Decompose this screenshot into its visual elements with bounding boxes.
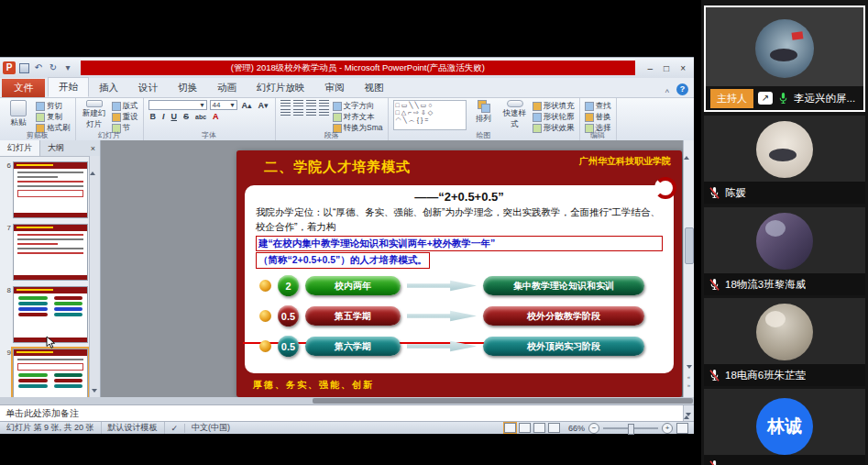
next-slide-button[interactable]: » [687, 382, 690, 388]
powerpoint-app-icon[interactable]: P [3, 61, 16, 74]
new-slide-button[interactable]: 新建幻灯片 [81, 100, 108, 130]
quick-styles-button[interactable]: 快速样式 [501, 100, 529, 130]
notes-pane[interactable]: 单击此处添加备注 [0, 404, 694, 421]
participant-tile[interactable]: 18电商6班朱芷莹 [704, 298, 865, 386]
ribbon-tab-bar: 文件 开始 插入 设计 切换 动画 幻灯片放映 审阅 视图 ^ ? [0, 78, 694, 98]
thumbnail-slide-7[interactable] [13, 224, 88, 281]
shadow-button[interactable]: abc [193, 114, 208, 120]
quick-access-toolbar: P [3, 61, 73, 74]
restore-button[interactable]: □ [664, 63, 669, 73]
font-name-combobox[interactable]: ▾ [148, 100, 207, 110]
slide-sorter-view-icon[interactable] [519, 423, 531, 433]
undo-icon[interactable] [33, 62, 44, 73]
font-size-combobox[interactable]: 44▾ [210, 100, 237, 110]
scroll-up-icon[interactable] [90, 156, 95, 175]
scroll-down-icon[interactable] [687, 365, 692, 369]
zoom-in-button[interactable]: + [662, 423, 673, 434]
find-button[interactable]: 查找 [585, 101, 611, 112]
thumbnail-slide-6[interactable] [13, 161, 88, 218]
new-slide-icon [86, 100, 103, 107]
paste-button[interactable]: 粘贴 [5, 100, 32, 130]
scroll-down-icon[interactable] [686, 413, 691, 416]
paragraph-blue-line-2: （简称“2+0.5+0.5”）的人才培养模式。 [256, 252, 430, 269]
cut-button[interactable]: 剪切 [36, 101, 71, 112]
zoom-slider[interactable] [603, 427, 658, 429]
shrink-font-icon[interactable]: A▾ [257, 101, 270, 110]
spellcheck-icon[interactable]: ✓ [165, 424, 186, 433]
numbering-icon[interactable] [293, 100, 303, 107]
notes-scrollbar[interactable] [683, 405, 694, 421]
shapes-gallery[interactable]: □ ▭ ╲ ╲ ▭ ○ □ △ ⌐ ⇨ ⇩ ◇ ◠ ╲ ︿ { } = [393, 100, 467, 130]
tab-home[interactable]: 开始 [48, 77, 89, 97]
tab-outline[interactable]: 大纲 [40, 140, 71, 156]
theme-name[interactable]: 默认设计模板 [102, 422, 165, 434]
zoom-level[interactable]: 66% [568, 424, 585, 433]
pane-splitter[interactable] [0, 397, 694, 404]
participant-tile-host[interactable]: 主持人 李远兴的屏... [704, 6, 865, 112]
participant-tile[interactable]: 林诚 [704, 389, 865, 465]
fit-to-window-icon[interactable] [676, 423, 688, 434]
tab-slideshow[interactable]: 幻灯片放映 [247, 79, 315, 97]
tab-insert[interactable]: 插入 [89, 79, 128, 97]
slide-canvas[interactable]: 二、学院人才培养模式 广州华立科技职业学院 ——“2+0.5+0.5” 我院办学… [101, 140, 683, 397]
zoom-slider-thumb[interactable] [628, 424, 634, 435]
copy-button[interactable]: 复制 [36, 112, 71, 123]
normal-view-icon[interactable] [504, 423, 516, 433]
font-group-label: 字体 [144, 130, 275, 140]
minimize-button[interactable]: – [648, 63, 654, 73]
text-direction-button[interactable]: 文字方向 [333, 101, 383, 112]
arrange-button[interactable]: 排列 [470, 100, 498, 130]
row3-desc-pill: 校外顶岗实习阶段 [483, 337, 644, 356]
bold-button[interactable]: B [148, 112, 159, 121]
minimize-ribbon-icon[interactable]: ^ [665, 88, 669, 97]
scrollbar-thumb[interactable] [685, 227, 694, 264]
tab-transitions[interactable]: 切换 [168, 79, 207, 97]
scroll-up-icon[interactable] [684, 140, 689, 160]
bullets-icon[interactable] [280, 100, 291, 107]
tab-animations[interactable]: 动画 [207, 79, 247, 97]
scroll-down-icon[interactable] [92, 389, 97, 393]
underline-button[interactable]: U [170, 112, 180, 121]
panel-scrollbar[interactable] [89, 156, 100, 397]
tab-review[interactable]: 审阅 [315, 79, 355, 97]
tab-slides[interactable]: 幻灯片 [0, 140, 40, 156]
close-button[interactable]: × [680, 63, 686, 73]
tab-view[interactable]: 视图 [355, 79, 394, 97]
qat-customize-icon[interactable] [62, 62, 73, 73]
align-center-icon[interactable] [293, 109, 303, 116]
align-right-icon[interactable] [306, 109, 316, 116]
help-icon[interactable]: ? [676, 83, 688, 95]
panel-close-icon[interactable]: × [86, 144, 100, 153]
align-text-button[interactable]: 对齐文本 [333, 112, 383, 123]
shape-fill-button[interactable]: 形状填充 [533, 101, 575, 112]
row1-desc-pill: 集中教学理论知识和实训 [483, 276, 644, 295]
zoom-out-button[interactable]: − [588, 423, 599, 434]
row3-stage-pill: 第六学期 [305, 337, 401, 356]
italic-button[interactable]: I [160, 112, 167, 121]
save-icon[interactable] [19, 63, 29, 73]
replace-button[interactable]: 替换 [585, 112, 611, 123]
indent-increase-icon[interactable] [319, 100, 329, 107]
thumbnail-slide-9-selected[interactable] [13, 349, 88, 397]
shape-outline-button[interactable]: 形状轮廓 [533, 112, 575, 123]
justify-icon[interactable] [319, 109, 329, 116]
font-color-button[interactable]: A [211, 112, 221, 121]
indent-decrease-icon[interactable] [306, 100, 316, 107]
reading-view-icon[interactable] [533, 423, 545, 433]
redo-icon[interactable] [48, 62, 59, 73]
strikethrough-button[interactable]: S [181, 112, 191, 121]
reset-button[interactable]: 重设 [112, 112, 138, 123]
previous-slide-button[interactable]: « [687, 374, 690, 380]
grow-font-icon[interactable]: A▴ [240, 101, 254, 110]
language-indicator[interactable]: 中文(中国) [185, 422, 236, 434]
current-slide[interactable]: 二、学院人才培养模式 广州华立科技职业学院 ——“2+0.5+0.5” 我院办学… [236, 150, 682, 397]
slideshow-view-icon[interactable] [548, 423, 560, 433]
layout-button[interactable]: 版式 [112, 101, 138, 112]
participant-tile[interactable]: 18物流3班黎海威 [704, 207, 865, 295]
tab-design[interactable]: 设计 [128, 79, 168, 97]
align-left-icon[interactable] [280, 109, 291, 116]
participant-tile[interactable]: 陈媛 [704, 116, 865, 204]
tab-file[interactable]: 文件 [2, 79, 45, 97]
thumbnail-slide-8[interactable] [13, 286, 88, 343]
vertical-scrollbar[interactable]: « » [683, 140, 694, 397]
